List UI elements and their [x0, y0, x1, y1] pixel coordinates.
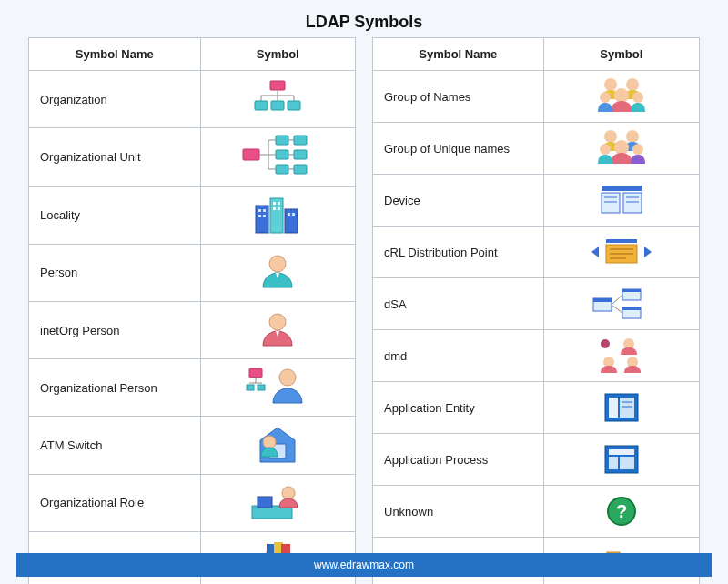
symbol-cell	[200, 417, 355, 474]
svg-rect-30	[263, 215, 266, 217]
table-row: Organizational Unit	[29, 128, 356, 186]
symbol-name: ATM Switch	[29, 417, 201, 474]
person-icon	[223, 251, 332, 291]
table-row: Group of Names	[373, 71, 700, 123]
svg-point-46	[263, 436, 276, 448]
col-header-symbol: Symbol	[543, 38, 699, 71]
table-row: Organizational Person	[29, 359, 356, 417]
atm-switch-icon	[223, 423, 332, 463]
svg-point-58	[614, 88, 629, 103]
svg-rect-21	[294, 136, 307, 145]
table-row: ATM Switch	[29, 417, 356, 474]
svg-rect-6	[255, 101, 268, 110]
svg-rect-73	[606, 239, 637, 243]
organizational-role-icon	[223, 481, 332, 521]
svg-point-59	[600, 92, 611, 103]
svg-rect-79	[593, 298, 612, 302]
symbols-table-left: Symbol Name Symbol Organization Organiza…	[28, 37, 356, 584]
dmd-icon	[567, 335, 676, 375]
svg-rect-17	[276, 165, 288, 174]
svg-rect-23	[294, 165, 307, 174]
symbol-name: Organization	[29, 71, 201, 128]
svg-rect-25	[270, 198, 283, 233]
table-row: Person	[29, 244, 356, 301]
table-row: Organization	[29, 71, 356, 128]
symbol-cell: ?	[543, 486, 699, 538]
symbol-name: cRL Distribution Point	[373, 227, 544, 278]
svg-rect-36	[292, 213, 295, 216]
unknown-icon: ?	[567, 491, 676, 531]
symbol-name: Person	[29, 244, 201, 301]
symbol-cell	[543, 123, 699, 175]
group-of-unique-names-icon	[567, 126, 676, 166]
svg-rect-83	[622, 289, 641, 292]
svg-line-81	[612, 305, 622, 313]
symbol-cell	[543, 278, 699, 330]
symbol-cell	[200, 474, 355, 531]
svg-point-44	[279, 369, 296, 386]
symbols-table-right: Symbol Name Symbol Group of Names Group	[372, 37, 700, 584]
inetorg-person-icon	[223, 309, 332, 349]
svg-rect-68	[623, 193, 642, 213]
svg-rect-7	[271, 101, 284, 110]
svg-rect-8	[288, 101, 300, 110]
svg-rect-33	[273, 207, 276, 210]
svg-rect-15	[276, 136, 288, 145]
page: LDAP Symbols Symbol Name Symbol Organiza…	[0, 0, 728, 584]
svg-rect-98	[620, 457, 634, 469]
symbol-cell	[543, 382, 699, 434]
svg-rect-32	[278, 202, 280, 205]
symbol-cell	[543, 71, 699, 123]
svg-rect-97	[609, 457, 618, 469]
locality-icon	[223, 194, 332, 234]
table-row: dSA	[373, 278, 700, 330]
svg-rect-39	[249, 368, 262, 378]
table-row: Locality	[29, 186, 356, 244]
svg-point-86	[601, 339, 610, 348]
application-entity-icon	[567, 388, 676, 428]
symbol-cell	[543, 434, 699, 486]
svg-rect-0	[270, 81, 285, 90]
svg-point-61	[604, 130, 617, 143]
symbol-name: Application Process	[373, 434, 544, 486]
symbol-cell	[200, 301, 355, 358]
svg-point-60	[632, 92, 643, 103]
svg-point-38	[269, 314, 286, 330]
svg-rect-91	[609, 398, 618, 418]
symbol-cell	[543, 175, 699, 227]
group-of-names-icon	[567, 75, 676, 115]
page-title: LDAP Symbols	[0, 0, 728, 37]
symbol-cell	[200, 186, 355, 244]
symbol-name: Application Entity	[373, 382, 544, 434]
symbol-cell	[200, 128, 355, 186]
svg-point-65	[632, 144, 643, 155]
svg-rect-43	[258, 385, 265, 390]
svg-line-80	[612, 295, 622, 305]
svg-rect-27	[258, 209, 261, 212]
symbol-name: Organizational Unit	[29, 128, 201, 186]
table-row: inetOrg Person	[29, 301, 356, 358]
footer-url: www.edrawmax.com	[16, 553, 712, 577]
symbol-cell	[200, 359, 355, 417]
table-row: Application Process	[373, 434, 700, 486]
symbol-name: Locality	[29, 186, 201, 244]
organization-icon	[223, 78, 332, 118]
crl-distribution-point-icon	[567, 232, 676, 272]
symbol-name: dSA	[373, 278, 544, 330]
symbol-name: Unknown	[373, 486, 544, 538]
table-row: Organizational Role	[29, 474, 356, 531]
svg-point-63	[614, 140, 629, 155]
table-row: Device	[373, 175, 700, 227]
svg-point-57	[626, 78, 639, 91]
dsa-icon	[567, 284, 676, 324]
symbol-name: Organizational Person	[29, 359, 201, 417]
svg-rect-67	[602, 193, 620, 213]
symbol-name: Device	[373, 175, 544, 227]
symbol-cell	[200, 244, 355, 301]
svg-point-37	[269, 256, 286, 272]
tables-container: Symbol Name Symbol Organization Organiza…	[0, 37, 728, 584]
svg-rect-92	[620, 398, 634, 418]
svg-rect-22	[294, 150, 307, 159]
svg-point-49	[282, 487, 295, 499]
svg-rect-26	[285, 209, 298, 233]
